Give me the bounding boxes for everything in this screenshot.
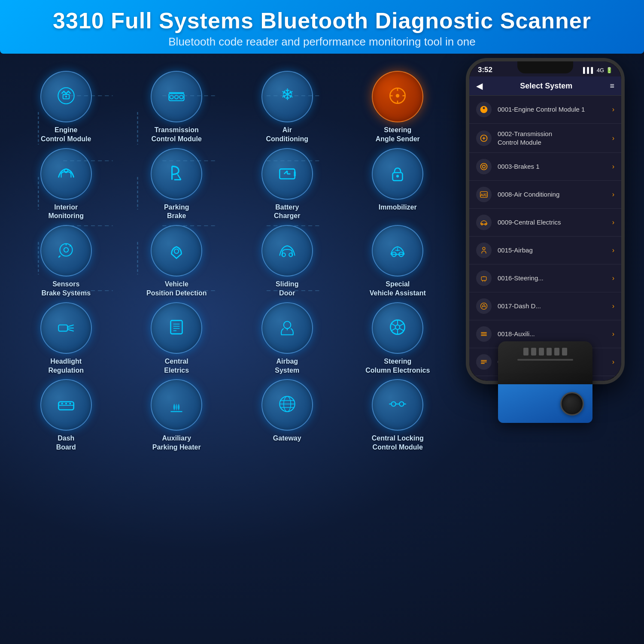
feature-item-vehicle-position-detection[interactable]: Vehicle Position Detection [124, 225, 230, 298]
phone-screen: 3:52 ▌▌▌ 4G 🔋 ◀ Select System ≡ [469, 61, 621, 381]
phone-list-item-0002[interactable]: 0002-Transmission Control Module › [469, 124, 621, 153]
list-item-arrow-0003: › [612, 163, 614, 170]
feature-item-headlight-regulation[interactable]: Headlight Regulation [13, 302, 119, 375]
feature-circle-parking-brake[interactable] [151, 148, 202, 200]
feature-item-interior-monitoring[interactable]: Interior Monitoring [13, 148, 119, 221]
header-banner: 3310 Full Systems Bluetooth Diagnostic S… [0, 0, 644, 54]
feature-circle-gateway[interactable] [261, 379, 313, 431]
feature-label-interior-monitoring: Interior Monitoring [48, 203, 84, 221]
feature-circle-vehicle-position-detection[interactable] [151, 225, 202, 276]
feature-item-special-vehicle-assistant[interactable]: Special Vehicle Assistant [345, 225, 451, 298]
svg-point-91 [483, 165, 486, 168]
phone-section: 3:52 ▌▌▌ 4G 🔋 ◀ Select System ≡ [455, 58, 635, 456]
feature-item-auxiliary-parking-heater[interactable]: Auxiliary Parking Heater [124, 379, 230, 452]
feature-item-transmission-control-module[interactable]: Transmission Control Module [124, 71, 230, 144]
sensors-brake-systems-icon [55, 239, 77, 263]
feature-item-central-locking-control-module[interactable]: Central Locking Control Module [345, 379, 451, 452]
feature-item-engine-control-module[interactable]: Engine Control Module [13, 71, 119, 144]
battery-icon: 🔋 [606, 67, 613, 73]
feature-circle-sensors-brake-systems[interactable] [40, 225, 92, 276]
headlight-regulation-icon [55, 316, 77, 340]
auxiliary-parking-heater-icon [165, 393, 188, 417]
obd-button[interactable] [560, 392, 584, 416]
list-item-text-0015: 0015-Airbag [498, 246, 612, 255]
feature-circle-dash-board[interactable] [40, 379, 92, 431]
phone-list-item-0001[interactable]: 0001-Engine Control Module 1 › [469, 96, 621, 124]
menu-icon[interactable]: ≡ [610, 82, 614, 91]
feature-item-central-electrics[interactable]: Central Eletrics [124, 302, 230, 375]
phone-list-item-0008[interactable]: A/C 0008-Air Conditioning › [469, 181, 621, 209]
svg-line-69 [400, 328, 404, 331]
feature-circle-air-conditioning[interactable]: ❄ [261, 71, 313, 122]
transmission-control-module-icon [165, 85, 188, 109]
svg-point-85 [399, 402, 404, 406]
list-item-arrow-0018: › [612, 330, 614, 338]
feature-item-battery-charger[interactable]: Battery Charger [234, 148, 340, 221]
phone-list-item-0009[interactable]: 0009-Central Electrics › [469, 209, 621, 237]
feature-item-steering-angle-sender[interactable]: Steering Angle Sender [345, 71, 451, 144]
feature-label-gateway: Gateway [273, 434, 301, 443]
feature-circle-engine-control-module[interactable] [40, 71, 92, 122]
dash-board-icon [55, 393, 77, 417]
svg-point-90 [481, 164, 487, 170]
svg-point-25 [180, 95, 183, 99]
feature-circle-battery-charger[interactable] [261, 148, 313, 200]
svg-line-71 [392, 328, 395, 331]
feature-item-dash-board[interactable]: Dash Board [13, 379, 119, 452]
svg-line-72 [392, 323, 395, 325]
feature-label-sensors-brake-systems: Sensors Brake Systems [41, 280, 91, 298]
feature-label-dash-board: Dash Board [56, 434, 76, 452]
feature-circle-central-electrics[interactable] [151, 302, 202, 354]
obd-device-container [466, 341, 625, 419]
vehicle-position-detection-icon [165, 239, 188, 263]
list-item-text-0001: 0001-Engine Control Module 1 [498, 105, 612, 114]
feature-label-air-conditioning: Air Conditioning [266, 126, 308, 144]
feature-item-air-conditioning[interactable]: ❄Air Conditioning [234, 71, 340, 144]
phone-list-item-0015[interactable]: 0015-Airbag › [469, 237, 621, 264]
phone-list-item-0016[interactable]: 0016-Steering... › [469, 264, 621, 292]
feature-item-immobilizer[interactable]: Immobilizer [345, 148, 451, 221]
feature-item-steering-column-electronics[interactable]: Steering Column Electronics [345, 302, 451, 375]
list-item-icon-0002 [476, 131, 492, 146]
feature-circle-sliding-door[interactable] [261, 225, 313, 276]
feature-circle-transmission-control-module[interactable] [151, 71, 202, 122]
feature-label-headlight-regulation: Headlight Regulation [48, 357, 84, 375]
page-subtitle: Bluetooth code reader and performance mo… [13, 35, 631, 49]
feature-circle-auxiliary-parking-heater[interactable] [151, 379, 202, 431]
air-conditioning-icon: ❄ [276, 85, 298, 109]
svg-point-43 [64, 248, 68, 252]
feature-circle-immobilizer[interactable] [372, 148, 423, 200]
feature-circle-airbag-system[interactable] [261, 302, 313, 354]
engine-control-module-icon [55, 85, 77, 109]
feature-item-parking-brake[interactable]: Parking Brake [124, 148, 230, 221]
list-item-icon-0015 [476, 243, 492, 258]
list-item-arrow-0017: › [612, 302, 614, 310]
feature-circle-steering-angle-sender[interactable] [372, 71, 423, 122]
feature-circle-steering-column-electronics[interactable] [372, 302, 423, 354]
phone-list-item-0003[interactable]: 0003-Brakes 1 › [469, 153, 621, 181]
list-item-text-0018: 0018-Auxili... [498, 330, 612, 338]
feature-circle-headlight-regulation[interactable] [40, 302, 92, 354]
svg-line-57 [67, 329, 74, 331]
svg-rect-58 [171, 320, 182, 334]
feature-item-airbag-system[interactable]: Airbag System [234, 302, 340, 375]
svg-rect-98 [481, 277, 486, 280]
feature-circle-central-locking-control-module[interactable] [372, 379, 423, 431]
special-vehicle-assistant-icon [386, 239, 409, 263]
phone-system-list[interactable]: 0001-Engine Control Module 1 › 0002-Tran… [469, 96, 621, 377]
list-item-arrow-0002: › [612, 134, 614, 142]
feature-circle-special-vehicle-assistant[interactable] [372, 225, 423, 276]
svg-point-23 [170, 95, 173, 99]
feature-label-airbag-system: Airbag System [275, 357, 299, 375]
list-item-arrow-0008: › [612, 191, 614, 198]
feature-circle-interior-monitoring[interactable] [40, 148, 92, 200]
phone-list-item-0017[interactable]: 0017-Dash D... › [469, 292, 621, 320]
feature-item-gateway[interactable]: Gateway [234, 379, 340, 452]
phone-status-icons: ▌▌▌ 4G 🔋 [583, 67, 613, 73]
feature-item-sensors-brake-systems[interactable]: Sensors Brake Systems [13, 225, 119, 298]
features-grid: Engine Control ModuleTransmission Contro… [9, 67, 455, 456]
back-icon[interactable]: ◀ [476, 81, 483, 91]
list-item-text-0017: 0017-Dash D... [498, 302, 612, 310]
svg-rect-22 [169, 94, 184, 101]
feature-item-sliding-door[interactable]: Sliding Door [234, 225, 340, 298]
